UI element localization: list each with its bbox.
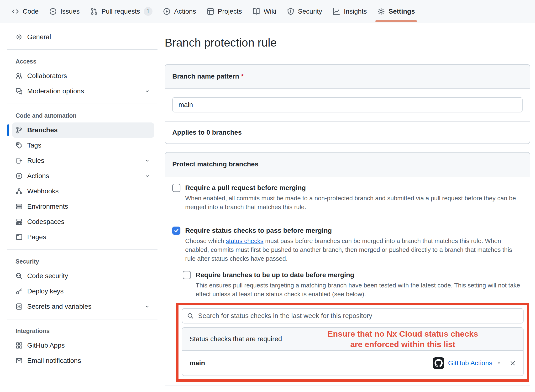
repo-tab-bar: Code Issues Pull requests 1 Actions Proj… bbox=[0, 0, 535, 23]
sidebar-item-label: Rules bbox=[27, 157, 44, 164]
tab-actions[interactable]: Actions bbox=[158, 0, 201, 23]
tab-issues[interactable]: Issues bbox=[44, 0, 85, 23]
sidebar-item-label: Secrets and variables bbox=[27, 303, 91, 310]
settings-content: Branch protection rule Branch name patte… bbox=[165, 23, 530, 392]
sidebar-section-security: Security bbox=[7, 255, 157, 268]
asterisk-box-icon bbox=[16, 303, 23, 310]
sidebar-item-github-apps[interactable]: GitHub Apps bbox=[12, 338, 154, 353]
protect-matching-branches-card: Protect matching branches Require a pull… bbox=[165, 152, 530, 392]
rule-description: When enabled, all commits must be made t… bbox=[185, 194, 523, 212]
tab-projects[interactable]: Projects bbox=[201, 0, 247, 23]
check-icon bbox=[173, 228, 179, 233]
require-status-checks-checkbox[interactable] bbox=[172, 227, 180, 235]
github-actions-app-link[interactable]: GitHub Actions bbox=[448, 359, 492, 367]
rule-label: Require status checks to pass before mer… bbox=[185, 226, 523, 235]
sidebar-item-pages[interactable]: Pages bbox=[12, 229, 154, 245]
status-checks-link[interactable]: status checks bbox=[226, 237, 264, 244]
apps-icon bbox=[16, 342, 23, 349]
chevron-down-icon bbox=[145, 158, 150, 163]
status-checks-search-input[interactable] bbox=[182, 308, 524, 323]
sidebar-item-code-security[interactable]: Code security bbox=[12, 268, 154, 284]
sidebar-item-label: Branches bbox=[27, 126, 58, 134]
tab-insights[interactable]: Insights bbox=[327, 0, 372, 23]
sidebar-item-collaborators[interactable]: Collaborators bbox=[12, 68, 154, 84]
code-icon bbox=[11, 8, 19, 15]
tab-code[interactable]: Code bbox=[6, 0, 44, 23]
tab-label: Issues bbox=[60, 8, 80, 15]
sidebar-item-rules[interactable]: Rules bbox=[12, 153, 154, 168]
sidebar-item-secrets-and-variables[interactable]: Secrets and variables bbox=[12, 299, 154, 314]
sidebar-item-label: Deploy keys bbox=[27, 287, 64, 295]
tab-pull-requests[interactable]: Pull requests 1 bbox=[85, 0, 158, 23]
sidebar-item-label: GitHub Apps bbox=[27, 342, 65, 349]
tab-label: Projects bbox=[218, 8, 242, 15]
webhook-icon bbox=[16, 188, 23, 195]
sidebar-item-webhooks[interactable]: Webhooks bbox=[12, 184, 154, 199]
tab-label: Insights bbox=[344, 8, 367, 15]
play-icon bbox=[163, 8, 171, 15]
sidebar-section-integrations: Integrations bbox=[7, 324, 157, 338]
chevron-down-icon bbox=[145, 89, 150, 94]
sidebar-item-moderation-options[interactable]: Moderation options bbox=[12, 84, 154, 99]
sidebar-item-environments[interactable]: Environments bbox=[12, 199, 154, 214]
branch-name-pattern-input[interactable] bbox=[172, 97, 523, 112]
code-scan-icon bbox=[16, 272, 23, 280]
pull-requests-count-badge: 1 bbox=[144, 7, 152, 16]
book-icon bbox=[252, 8, 260, 15]
play-icon bbox=[16, 172, 23, 180]
sidebar-section-access: Access bbox=[7, 55, 157, 68]
shield-icon bbox=[287, 8, 294, 15]
tab-label: Settings bbox=[388, 8, 415, 15]
branch-name-pattern-header: Branch name pattern* bbox=[165, 65, 530, 89]
gear-icon bbox=[16, 33, 23, 41]
server-icon bbox=[16, 203, 23, 210]
row-divider bbox=[165, 386, 530, 386]
require-up-to-date-checkbox[interactable] bbox=[183, 271, 191, 279]
sidebar-item-label: Codespaces bbox=[27, 218, 64, 226]
remove-status-check-button[interactable] bbox=[509, 360, 516, 366]
tab-label: Pull requests bbox=[101, 8, 140, 15]
gear-icon bbox=[377, 8, 385, 15]
description-text: Choose which bbox=[185, 237, 226, 244]
sidebar-item-label: Collaborators bbox=[27, 72, 67, 80]
caret-down-icon[interactable] bbox=[497, 361, 501, 366]
tab-settings[interactable]: Settings bbox=[372, 0, 420, 23]
sidebar-item-deploy-keys[interactable]: Deploy keys bbox=[12, 284, 154, 299]
sidebar-item-branches[interactable]: Branches bbox=[12, 122, 154, 138]
sidebar-item-codespaces[interactable]: Codespaces bbox=[12, 214, 154, 229]
key-icon bbox=[16, 288, 23, 295]
branch-name-pattern-body bbox=[165, 89, 530, 121]
comment-discussion-icon bbox=[16, 88, 23, 95]
sidebar-item-general[interactable]: General bbox=[12, 29, 154, 45]
annotation-text: Ensure that no Nx Cloud status checks ar… bbox=[311, 328, 494, 350]
applies-to-branches-text: Applies to 0 branches bbox=[165, 121, 530, 143]
rule-row-status-checks: Require status checks to pass before mer… bbox=[165, 219, 530, 392]
rules-icon bbox=[16, 157, 23, 164]
tab-label: Actions bbox=[174, 8, 196, 15]
tab-label: Security bbox=[298, 8, 322, 15]
tab-security[interactable]: Security bbox=[282, 0, 327, 23]
tab-label: Wiki bbox=[264, 8, 276, 15]
graph-icon bbox=[333, 8, 340, 15]
sidebar-item-label: Moderation options bbox=[27, 87, 84, 95]
branch-name-pattern-card: Branch name pattern* Applies to 0 branch… bbox=[165, 64, 530, 144]
sidebar-section-code-and-automation: Code and automation bbox=[7, 109, 157, 122]
codespaces-icon bbox=[16, 218, 23, 225]
sidebar-item-label: Code security bbox=[27, 272, 68, 280]
rule-row-pull-request: Require a pull request before merging Wh… bbox=[165, 176, 530, 219]
sidebar-item-label: Email notifications bbox=[27, 357, 81, 365]
sidebar-item-label: General bbox=[27, 33, 51, 41]
required-status-checks-panel: Status checks that are required Ensure t… bbox=[182, 327, 524, 376]
sidebar-item-actions[interactable]: Actions bbox=[12, 168, 154, 184]
annotation-line-2: are enforced within this list bbox=[311, 339, 494, 350]
table-icon bbox=[207, 8, 214, 15]
sidebar-item-label: Actions bbox=[27, 172, 49, 180]
sidebar-item-tags[interactable]: Tags bbox=[12, 138, 154, 153]
tab-wiki[interactable]: Wiki bbox=[247, 0, 282, 23]
rule-row-up-to-date: Require branches to be up to date before… bbox=[183, 270, 523, 299]
status-check-row: main GitHub Actions bbox=[182, 351, 523, 376]
branch-name-pattern-label: Branch name pattern bbox=[172, 73, 239, 80]
sidebar-item-email-notifications[interactable]: Email notifications bbox=[12, 353, 154, 368]
tag-icon bbox=[16, 142, 23, 149]
require-pull-request-checkbox[interactable] bbox=[172, 184, 180, 192]
